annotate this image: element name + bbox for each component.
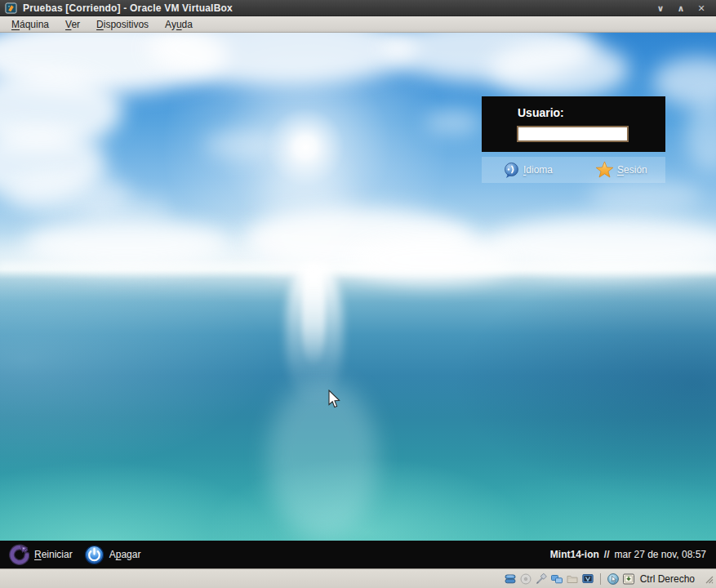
menu-dispositivos[interactable]: Dispositivos	[88, 17, 157, 32]
hostname-label: Mint14-ion	[550, 549, 599, 560]
session-button[interactable]: Sesión	[595, 161, 647, 179]
host-key-label: Ctrl Derecho	[640, 573, 695, 585]
login-box: Usuario:	[482, 96, 665, 152]
window-title: Pruebas [Corriendo] - Oracle VM VirtualB…	[23, 2, 233, 14]
virtualbox-window: Pruebas [Corriendo] - Oracle VM VirtualB…	[0, 0, 716, 588]
network-icon[interactable]	[550, 572, 563, 586]
username-input[interactable]	[517, 126, 629, 142]
host-key-icon[interactable]	[622, 572, 635, 586]
hostname-separator: //	[604, 549, 610, 560]
sun-beam	[263, 155, 349, 278]
sun-reflection-shimmer	[268, 380, 378, 539]
cloud	[204, 131, 278, 159]
vm-display: Usuario: Idioma Sesión	[0, 33, 716, 568]
horizon-glow	[0, 263, 716, 270]
restart-button[interactable]: Reiniciar	[8, 544, 73, 565]
shutdown-button[interactable]: Apagar	[84, 545, 141, 565]
menu-ver[interactable]: Ver	[57, 17, 88, 32]
display-icon[interactable]	[581, 572, 594, 586]
clock-label: mar 27 de nov, 08:57	[614, 549, 706, 560]
power-icon	[84, 545, 105, 565]
usb-icon[interactable]	[535, 572, 548, 586]
statusbar-separator	[600, 573, 601, 585]
cloud	[490, 41, 629, 98]
close-button[interactable]: ✕	[695, 1, 708, 16]
username-label: Usuario:	[518, 106, 564, 119]
sun-reflection-core	[302, 264, 325, 366]
menu-maquina[interactable]: Máquina	[3, 17, 57, 32]
cloud	[351, 237, 514, 282]
mouse-cursor	[328, 390, 342, 410]
hard-disks-icon[interactable]	[504, 572, 517, 586]
shared-folders-icon[interactable]	[566, 572, 579, 586]
menu-ayuda[interactable]: Ayuda	[157, 17, 201, 32]
login-actions-strip: Idioma Sesión	[482, 157, 665, 183]
session-star-icon	[595, 161, 614, 179]
optical-drives-icon[interactable]	[519, 572, 532, 586]
status-bar: Ctrl Derecho	[0, 568, 716, 588]
cloud	[425, 110, 482, 135]
resize-grip[interactable]	[704, 574, 714, 584]
cloud	[24, 219, 229, 268]
virtualbox-app-icon	[5, 2, 17, 14]
mdm-action-bar: Reiniciar Apagar Mint14-ion // mar 27 de…	[0, 541, 716, 568]
title-bar[interactable]: Pruebas [Corriendo] - Oracle VM VirtualB…	[0, 0, 716, 16]
restart-icon	[8, 544, 29, 565]
language-balloon-icon	[503, 162, 520, 179]
menu-bar: Máquina Ver Dispositivos Ayuda	[0, 16, 716, 33]
minimize-button[interactable]: ∨	[654, 1, 667, 16]
cloud	[588, 180, 702, 212]
language-button[interactable]: Idioma	[503, 162, 553, 179]
mouse-integration-icon[interactable]	[607, 572, 620, 586]
maximize-button[interactable]: ∧	[674, 1, 687, 16]
